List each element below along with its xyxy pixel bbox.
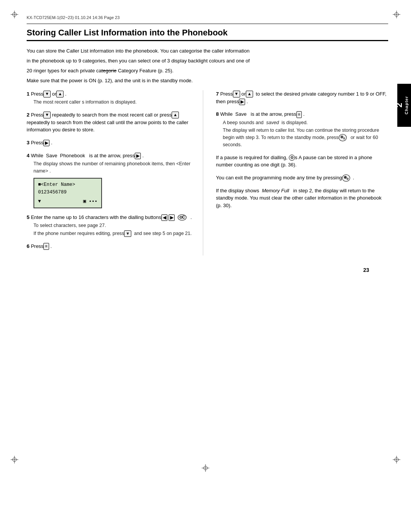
step-1: 1 Press▼ or▲ . The most recent caller s …: [27, 90, 199, 106]
step-3: 3 Press▶ .: [27, 139, 199, 147]
intro-line4: Make sure that the power is ON (p. 12), …: [27, 77, 388, 85]
btn-oc-5: ⊙C: [178, 214, 186, 220]
section-title: Storing Caller List Information into the…: [27, 28, 388, 41]
right-column: 7 Press▼ or▲ to select the desired priva…: [215, 90, 389, 256]
lcd-display: ■<Enter Name> 0123456789 ▼ ▣ ▪▪▪: [33, 178, 102, 208]
btn-menu-8: ≡: [296, 111, 302, 118]
btn-left-5: ◀: [161, 214, 167, 221]
bottom-center-mark: [202, 464, 209, 473]
step-4: 4 While Save Phonebook is at the arrow, …: [27, 152, 199, 208]
note-3: If the display shows Memory Full in step…: [216, 187, 389, 209]
btn-right-5: ▶: [169, 214, 175, 221]
side-tab: Chapter 2 Cord less Telephone: [397, 84, 411, 127]
lcd-line1: ■<Enter Name>: [38, 181, 97, 189]
btn-down-7: ▼: [233, 91, 240, 97]
intro-line3: 20 ringer types for each private categor…: [27, 67, 388, 75]
btn-up-2: ▲: [172, 112, 179, 118]
btn-right-3: ▶: [43, 140, 49, 146]
step-7: 7 Press▼ or▲ to select the desired priva…: [216, 90, 389, 105]
intro-line2: in the phonebook up to 9 categories, the…: [27, 57, 388, 65]
lcd-line2: 0123456789: [38, 189, 97, 196]
lcd-bottom-row: ▼ ▣ ▪▪▪: [38, 198, 97, 205]
intro-block: You can store the Caller List informatio…: [27, 47, 388, 85]
btn-star-8: ⊛o: [339, 134, 347, 141]
step-5: 5 Enter the name up to 16 characters wit…: [27, 214, 199, 237]
page-header: KX-TCD725EM-1(02~23) 01.10.24 14:36 Page…: [27, 15, 388, 20]
step-8-sub2: The display will return to caller list. …: [223, 127, 389, 149]
corner-mark-br: [393, 456, 400, 463]
btn-down-2: ▼: [43, 112, 51, 118]
chapter-label: Chapter: [404, 96, 409, 115]
step-2-number: 2: [27, 112, 30, 118]
corner-mark-tl: [11, 11, 18, 18]
page-container: Chapter 2 Cord less Telephone KX-TCD725E…: [0, 0, 411, 532]
step-2: 2 Press▼ repeatedly to search from the m…: [27, 111, 199, 134]
strikethrough-text: tegorie: [102, 68, 117, 73]
step-6: 6 Press≡ .: [27, 243, 199, 250]
step-4-number: 4: [27, 153, 30, 158]
btn-right-4: ▶: [135, 153, 141, 159]
step-5-sub1: To select characters, see page 27.: [33, 222, 199, 229]
step-8: 8 While Save is at the arrow, press≡ . A…: [216, 110, 389, 149]
two-column-layout: 1 Press▼ or▲ . The most recent caller s …: [27, 90, 388, 256]
top-divider: [27, 24, 388, 24]
step-8-number: 8: [216, 111, 219, 117]
corner-mark-bl: [11, 456, 18, 463]
step-5-sub2: If the phone number requires editing, pr…: [33, 230, 199, 237]
btn-up-1: ▲: [56, 91, 64, 97]
note-1: If a pause is required for dialling, ⊙s …: [216, 154, 389, 169]
phone-label: less Telephone: [385, 88, 390, 123]
btn-up-7: ▲: [246, 91, 253, 97]
btn-star-note2: ⊛o: [342, 174, 350, 182]
page-number: 23: [27, 267, 369, 273]
btn-pause-note1: ⊙: [289, 155, 295, 161]
note-2: You can exit the programming mode any ti…: [216, 174, 389, 182]
lcd-icon-left: ▼: [38, 198, 41, 205]
corner-mark-tr: [393, 11, 400, 18]
step-5-number: 5: [27, 214, 30, 220]
step-1-number: 1: [27, 91, 30, 97]
intro-line1: You can store the Caller List informatio…: [27, 47, 388, 55]
step-8-sub1: A beep sounds and saved is displayed.: [223, 119, 389, 126]
left-column: 1 Press▼ or▲ . The most recent caller s …: [27, 90, 203, 256]
btn-down-5: ▼: [124, 230, 131, 237]
chapter-number: 2: [394, 103, 404, 107]
step-6-number: 6: [27, 243, 30, 249]
cord-label: Cord: [390, 101, 394, 112]
step-4-sub: The display shows the number of remainin…: [33, 160, 199, 175]
step-1-sub: The most recent caller s information is …: [33, 99, 199, 106]
btn-menu-6: ≡: [43, 243, 49, 249]
step-3-number: 3: [27, 140, 30, 145]
lcd-icon-right: ▣ ▪▪▪: [83, 198, 97, 205]
btn-down-1: ▼: [43, 91, 51, 97]
header-text: KX-TCD725EM-1(02~23) 01.10.24 14:36 Page…: [27, 15, 119, 20]
btn-right-7: ▶: [239, 99, 245, 105]
step-7-number: 7: [216, 91, 219, 97]
